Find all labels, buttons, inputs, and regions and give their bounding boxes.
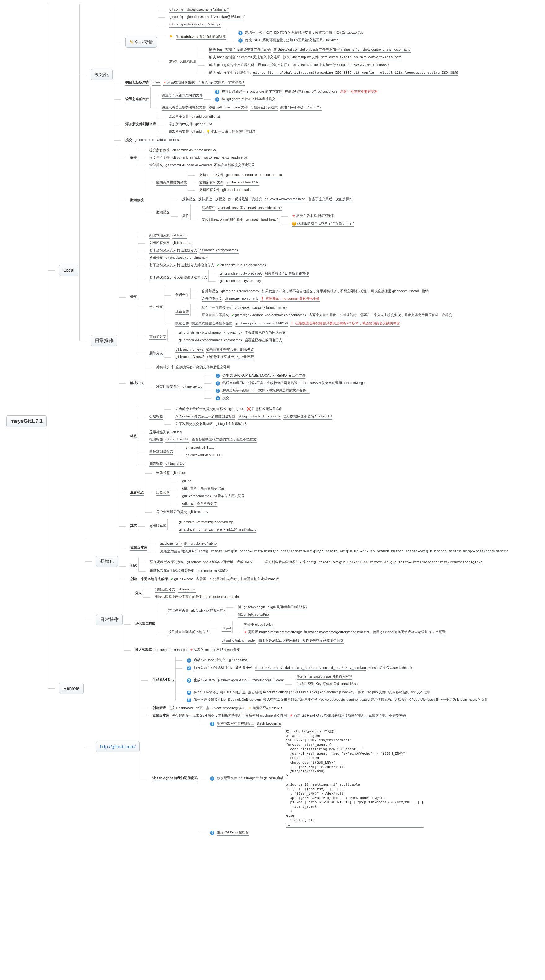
ignA1b: 在命令行执行 echo *.jpg>.gitignore [285,89,337,95]
ignBc: 可使用正则表达式 [250,105,278,111]
chs2b: 修改 Git\etc\inputrc文件 [283,55,318,60]
chs1b: 在 Git\etc\git-completion.bash 文件中追加一行 al… [273,47,411,52]
addNew: 添加新文件到版本库 [126,122,156,127]
ignore: 设置忽略的文件 [126,97,149,102]
root: msysGit1.7.1 [6,415,47,427]
g4-1: 新增一个名为 GIT_EDITOR 的系统环境变量，设置它的值为 EmEdito… [245,30,363,36]
initNote: 只会在根目录生成一个名为 .git 文件夹，非常漂亮！ [163,80,245,86]
chs3b: 在 Git\etc\profile 中追加一行：export LESSCHARS… [293,63,389,68]
initRepo: 初始化新版本库 [126,80,149,86]
ignB: 设置只有自己需要忽略的文件 [162,105,206,111]
chs1: 解决 bash 控制台 ls 命令中文文件名乱码 [209,47,270,52]
chs4: 解决 gitk 显示中文注释乱码 [209,70,250,76]
local: Local [59,265,78,276]
ignA1: 在根目录新建一个 .gitignore 的文本文件 [222,89,282,95]
ignA: 设置每个人都想忽略的文件 [162,93,203,99]
r-daily: 日常操作 [96,614,123,625]
ignA1c: 注意 > 号左右不要有空格 [340,89,378,95]
l-daily: 日常操作 [91,335,118,346]
chs: 解决中文乱码问题 [170,59,197,64]
r-init: 初始化 [96,556,118,567]
chs4b: git config --global i18n.commitencoding … [253,71,458,76]
initCmd: git init [152,80,161,86]
chs2c: set output-meta on set convert-meta off [321,55,401,60]
chs3: 解决 git log 命令中文注释乱码（只 bash 控制台好用） [209,63,291,68]
num-1: 1 [238,31,243,35]
global: 全局变量 [126,37,157,48]
g3: git config --global color.ui "always" [170,22,221,28]
g4-2: 修改 PATH 系统环境变量，追加 F:\工具箱\文档工具\EmEditor [245,38,338,43]
g4a: 将 EmEditor 设置为 Git 的编辑器 [176,34,226,40]
remote: Remote [59,683,84,694]
g2: git config --global user.email "zahuifan… [170,14,245,20]
chs2: 解决 bash 控制台 git commit 无法输入中文注释 [209,55,280,60]
flag-icon [170,34,174,39]
l-init: 初始化 [91,69,113,80]
num-2: 2 [238,38,243,43]
github[interactable]: http://github.com/ [96,741,140,752]
ignBd: 例如 *.[oa] 等价于 *.o 和 *.a [280,105,322,111]
g1: git config --global user.name "zahuifan" [170,7,229,13]
ignA2: 将 .gitignore 文件加入版本库并提交 [222,97,275,102]
ignBb: 修改 .git/info/exclude 文件 [208,105,248,111]
